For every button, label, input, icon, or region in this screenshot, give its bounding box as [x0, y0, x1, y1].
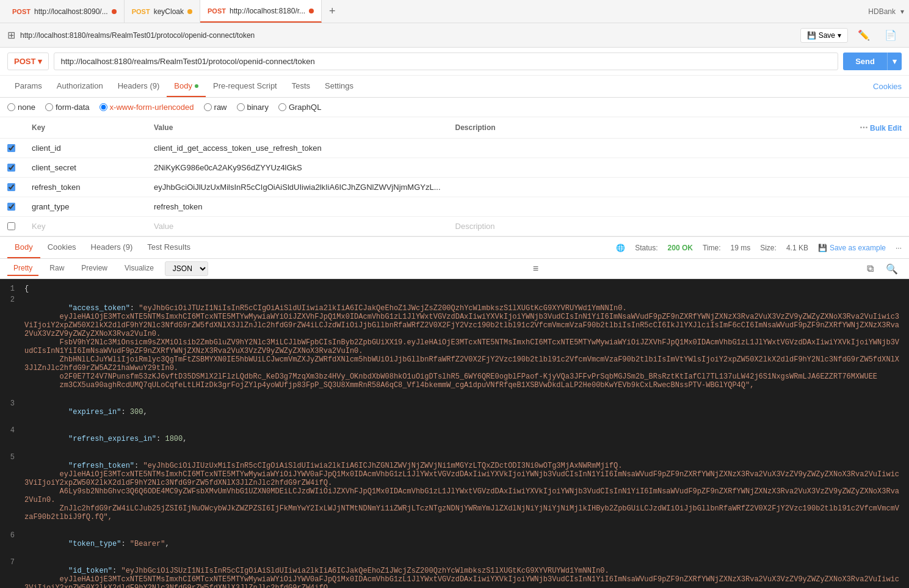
nav-tabs-right: Cookies [873, 82, 902, 91]
tab-bar-right: HDBank ▾ [868, 7, 904, 16]
time-value: 19 ms [731, 244, 751, 252]
document-icon[interactable]: 📄 [880, 27, 902, 43]
tab-2[interactable]: POST keyCloak [125, 0, 200, 23]
col-check-header [0, 117, 24, 139]
row-3-checkbox[interactable] [7, 203, 15, 211]
format-select[interactable]: JSON [165, 261, 208, 276]
bottom-section: Body Cookies Headers (9) Test Results 🌐 … [0, 236, 909, 588]
add-tab-button[interactable]: + [322, 5, 343, 18]
tab-3-method: POST [208, 7, 226, 15]
row-3-desc[interactable] [448, 197, 675, 217]
row-0-value[interactable]: client_id_get_access_token_use_refresh_t… [147, 139, 448, 158]
code-line-4: 4 "refresh_expires_in": 1800, [0, 426, 909, 452]
row-1-key[interactable]: client_secret [24, 158, 147, 178]
row-0-desc[interactable] [448, 139, 675, 158]
send-arrow[interactable]: ▾ [887, 53, 902, 70]
url-input[interactable] [54, 53, 838, 70]
body-dot [195, 84, 198, 88]
code-tab-pretty[interactable]: Pretty [7, 261, 38, 276]
empty-desc[interactable]: Description [448, 217, 675, 236]
save-icon-small: 💾 [818, 244, 827, 252]
table-row: client_id client_id_get_access_token_use… [0, 139, 909, 158]
nav-tabs: Params Authorization Headers (9) Body Pr… [0, 76, 909, 98]
time-label: Time: [703, 244, 721, 252]
empty-key[interactable]: Key [24, 217, 147, 236]
table-row: client_secret 2NiKyKG986e0cA2AKy9S6dZYYU… [0, 158, 909, 178]
tab-2-url: keyCloak [154, 7, 184, 16]
tab-params[interactable]: Params [7, 76, 49, 97]
row-2-desc[interactable] [448, 178, 675, 197]
tab-1-dot [112, 9, 117, 14]
tab-bar-chevron[interactable]: ▾ [900, 7, 904, 16]
globe-icon: 🌐 [616, 244, 625, 252]
row-0-checkbox[interactable] [7, 144, 15, 152]
row-3-value[interactable]: refresh_token [147, 197, 448, 217]
col-key-header: Key [24, 117, 147, 139]
option-binary[interactable]: binary [237, 103, 269, 112]
bottom-tabs: Body Cookies Headers (9) Test Results 🌐 … [0, 237, 909, 259]
code-tab-preview[interactable]: Preview [75, 261, 114, 276]
bottom-tab-headers[interactable]: Headers (9) [84, 237, 140, 258]
params-table-container: Key Value Description ··· Bulk Edit clie… [0, 117, 909, 236]
empty-row-checkbox[interactable] [7, 222, 15, 230]
tab-body[interactable]: Body [167, 76, 206, 97]
table-row: refresh_token eyJhbGciOiJlUzUxMilsInR5cC… [0, 178, 909, 197]
status-label: Status: [635, 244, 657, 252]
size-value: 4.1 KB [786, 244, 808, 252]
code-tab-visualize[interactable]: Visualize [118, 261, 160, 276]
row-3-key[interactable]: grant_type [24, 197, 147, 217]
code-viewer: 1 { 2 "access_token": "eyJhbGciOiJTUzI1N… [0, 279, 909, 588]
more-options-icon[interactable]: ··· [896, 244, 902, 252]
method-select[interactable]: POST ▾ [7, 53, 49, 70]
tab-3-url: http://localhost:8180/r... [230, 7, 305, 15]
row-2-value[interactable]: eyJhbGciOiJlUzUxMilsInR5cCIgOiAiSldUIiwi… [147, 178, 448, 197]
tab-tests[interactable]: Tests [284, 76, 317, 97]
bottom-tab-body[interactable]: Body [7, 237, 40, 258]
code-line-5: 5 "refresh_token": "eyJhbGciOiJIUzUxMiIs… [0, 452, 909, 531]
size-label: Size: [760, 244, 777, 252]
code-line-1: 1 { [0, 284, 909, 295]
edit-icon[interactable]: ✏️ [853, 27, 875, 43]
row-1-desc[interactable] [448, 158, 675, 178]
option-urlencoded[interactable]: x-www-form-urlencoded [100, 103, 194, 112]
filter-icon[interactable]: ≡ [529, 262, 542, 275]
cookies-link[interactable]: Cookies [873, 82, 902, 91]
tab-1[interactable]: POST http://localhost:8090/... [5, 0, 125, 23]
col-value-header: Value [147, 117, 448, 139]
save-label: Save [819, 31, 835, 40]
option-raw[interactable]: raw [204, 103, 227, 112]
bulk-edit-button[interactable]: Bulk Edit [870, 124, 902, 132]
tab-headers[interactable]: Headers (9) [110, 76, 167, 97]
row-0-key[interactable]: client_id [24, 139, 147, 158]
option-none[interactable]: none [7, 103, 35, 112]
row-2-checkbox[interactable] [7, 183, 15, 191]
tab-settings[interactable]: Settings [317, 76, 361, 97]
save-chevron: ▾ [838, 31, 841, 40]
address-bar-actions: 💾 Save ▾ ✏️ 📄 [800, 27, 902, 43]
save-example-button[interactable]: 💾 Save as example [818, 244, 886, 252]
params-table: Key Value Description ··· Bulk Edit clie… [0, 117, 909, 236]
code-line-6: 6 "token_type": "Bearer", [0, 531, 909, 557]
send-label: Send [843, 53, 887, 70]
code-tab-raw[interactable]: Raw [43, 261, 70, 276]
code-toolbar: Pretty Raw Preview Visualize JSON ≡ ⧉ 🔍 [0, 259, 909, 279]
tab-prerequest[interactable]: Pre-request Script [206, 76, 284, 97]
option-graphql[interactable]: GraphQL [278, 103, 321, 112]
tab-authorization[interactable]: Authorization [49, 76, 110, 97]
send-button[interactable]: Send ▾ [843, 53, 902, 70]
option-form-data[interactable]: form-data [45, 103, 90, 112]
row-1-checkbox[interactable] [7, 164, 15, 172]
empty-value[interactable]: Value [147, 217, 448, 236]
empty-row: Key Value Description [0, 217, 909, 236]
bottom-tab-testresults[interactable]: Test Results [140, 237, 198, 258]
search-icon[interactable]: 🔍 [882, 262, 902, 276]
bottom-tab-right: 🌐 Status: 200 OK Time: 19 ms Size: 4.1 K… [616, 244, 902, 252]
row-1-value[interactable]: 2NiKyKG986e0cA2AKy9S6dZYYUz4lGkS [147, 158, 448, 178]
row-2-key[interactable]: refresh_token [24, 178, 147, 197]
copy-icon[interactable]: ⧉ [863, 262, 877, 276]
body-options: none form-data x-www-form-urlencoded raw… [0, 98, 909, 117]
save-button[interactable]: 💾 Save ▾ [800, 28, 848, 43]
more-options-icon[interactable]: ··· [860, 122, 867, 132]
tab-3[interactable]: POST http://localhost:8180/r... [200, 0, 322, 23]
bottom-tab-cookies[interactable]: Cookies [40, 237, 84, 258]
